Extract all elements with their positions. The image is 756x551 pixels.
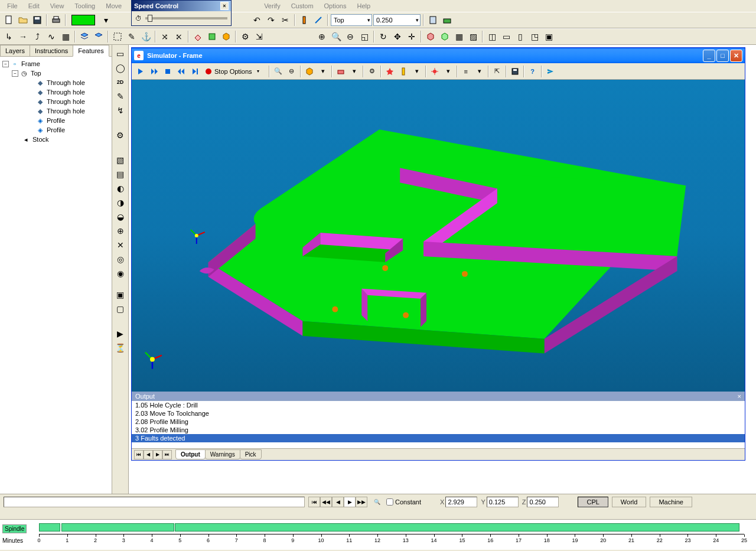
render-icon-2[interactable]: [438, 30, 451, 43]
output-panel-header[interactable]: Output ×: [132, 392, 745, 401]
output-nav-prev[interactable]: ◀: [144, 450, 153, 459]
tab-layers[interactable]: Layers: [0, 45, 30, 56]
vt-tool-9[interactable]: ◑: [114, 196, 127, 209]
vt-sim-icon[interactable]: ▶: [114, 327, 127, 340]
zoom-play-icon[interactable]: 🔍: [371, 497, 383, 507]
surface-dd-icon[interactable]: ▾: [348, 65, 361, 78]
cut-icon[interactable]: ✂: [279, 14, 292, 27]
tool-sim-icon[interactable]: [397, 65, 410, 78]
output-list[interactable]: 1.05 Hole Cycle : Drill 2.03 Move To Too…: [132, 401, 745, 448]
zoom-out-icon[interactable]: ⊖: [344, 30, 357, 43]
menu-verify[interactable]: Verify: [259, 1, 285, 11]
transform-icon-1[interactable]: ⤨: [158, 30, 171, 43]
send-icon[interactable]: [544, 65, 557, 78]
zoom-in-icon[interactable]: 🔍: [330, 30, 343, 43]
output-row[interactable]: 1.05 Hole Cycle : Drill: [132, 401, 745, 409]
pan-icon[interactable]: ✥: [391, 30, 404, 43]
output-tab-output[interactable]: Output: [175, 449, 206, 459]
tree-through-hole[interactable]: ◆Through hole: [2, 78, 109, 87]
simulator-titlebar[interactable]: e Simulator - Frame _ □ ✕: [132, 48, 745, 63]
menu-help[interactable]: Help: [352, 1, 375, 11]
constant-checkbox[interactable]: Constant: [386, 498, 421, 506]
tree-profile[interactable]: ◈Profile: [2, 125, 109, 135]
open-file-icon[interactable]: [17, 14, 30, 27]
vt-tool-2[interactable]: ◯: [114, 61, 127, 74]
layers-icon-2[interactable]: [92, 30, 105, 43]
tree-root[interactable]: − ▫ Frame: [2, 59, 109, 69]
menu-tooling[interactable]: Tooling: [70, 1, 100, 11]
tool-icon-2[interactable]: [312, 14, 325, 27]
output-tab-pick[interactable]: Pick: [240, 449, 262, 459]
menu-custom[interactable]: Custom: [286, 1, 318, 11]
z-value[interactable]: 0.250: [527, 497, 559, 507]
speed-slider[interactable]: [145, 17, 227, 19]
vt-tool-16[interactable]: ▢: [114, 302, 127, 315]
cube-icon[interactable]: [220, 30, 233, 43]
burst-dd-icon[interactable]: ▾: [442, 65, 455, 78]
vt-tool-8[interactable]: ◐: [114, 182, 127, 195]
gear-tool-icon[interactable]: ⚙: [239, 30, 252, 43]
vt-tool-6[interactable]: ▧: [114, 154, 127, 167]
select-box-icon[interactable]: [111, 30, 124, 43]
zoom-window-icon[interactable]: ◱: [358, 30, 371, 43]
help-sim-icon[interactable]: ?: [526, 65, 539, 78]
menu-options[interactable]: Options: [320, 1, 351, 11]
zoom-sim-icon[interactable]: 🔍: [272, 65, 285, 78]
calculator-icon[interactable]: [426, 14, 439, 27]
machine-icon[interactable]: [441, 14, 454, 27]
cube-dd-icon[interactable]: ▾: [317, 65, 330, 78]
machine-button[interactable]: Machine: [650, 497, 692, 507]
play-icon[interactable]: [134, 65, 147, 78]
pencil-icon[interactable]: ✎: [125, 30, 138, 43]
rotate-icon[interactable]: ↻: [377, 30, 390, 43]
zoom-sim-icon-2[interactable]: ⊖: [285, 65, 298, 78]
wave-tool-icon[interactable]: ∿: [45, 30, 58, 43]
output-row[interactable]: 2.03 Move To Toolchange: [132, 409, 745, 418]
export-icon[interactable]: ⇲: [253, 30, 266, 43]
output-row[interactable]: 2.08 Profile Milling: [132, 418, 745, 426]
tree-profile[interactable]: ◈Profile: [2, 116, 109, 125]
output-tab-warnings[interactable]: Warnings: [205, 449, 240, 459]
speed-control-close[interactable]: ×: [220, 2, 229, 10]
step-combo[interactable]: 0.250: [373, 14, 421, 26]
tab-instructions[interactable]: Instructions: [30, 45, 73, 56]
output-close-icon[interactable]: ×: [738, 393, 741, 400]
y-value[interactable]: 0.125: [487, 497, 519, 507]
menu-edit[interactable]: Edit: [24, 1, 44, 11]
output-nav-first[interactable]: ⏮: [134, 450, 144, 459]
menu-file[interactable]: File: [2, 1, 22, 11]
play-first-button[interactable]: ⏮: [308, 497, 320, 507]
world-button[interactable]: World: [612, 497, 647, 507]
output-nav-next[interactable]: ▶: [153, 450, 162, 459]
expand-icon[interactable]: −: [12, 70, 18, 77]
render-icon-1[interactable]: [424, 30, 437, 43]
shaded-icon[interactable]: ▨: [467, 30, 480, 43]
vt-tool-10[interactable]: ◒: [114, 210, 127, 223]
vt-hourglass-icon[interactable]: ⏳: [114, 341, 127, 354]
tab-features[interactable]: Features: [73, 45, 109, 57]
play-fwd-button[interactable]: ▶: [344, 497, 356, 507]
vt-tool-14[interactable]: ◉: [114, 267, 127, 280]
vt-tool-1[interactable]: ▭: [114, 47, 127, 60]
minimize-button[interactable]: _: [703, 50, 715, 62]
vt-tool-7[interactable]: ▤: [114, 168, 127, 181]
surface-icon[interactable]: [334, 65, 347, 78]
align-dd-icon[interactable]: ▾: [473, 65, 486, 78]
curve-tool-icon[interactable]: ⤴: [31, 30, 44, 43]
viewport-icon-1[interactable]: ◫: [485, 30, 498, 43]
vt-tool-4[interactable]: ↯: [114, 104, 127, 117]
transform-icon-2[interactable]: ⤪: [172, 30, 185, 43]
menu-move[interactable]: Move: [101, 1, 126, 11]
vt-tool-5[interactable]: ⚙: [114, 129, 127, 142]
menu-view[interactable]: View: [45, 1, 69, 11]
layers-icon-1[interactable]: [78, 30, 91, 43]
cube-sim-icon[interactable]: [303, 65, 316, 78]
output-row[interactable]: 3.02 Profile Milling: [132, 426, 745, 434]
play-next-button[interactable]: ▶▶: [356, 497, 367, 507]
vt-tool-11[interactable]: ⊕: [114, 224, 127, 237]
grid-tool-icon[interactable]: ▦: [59, 30, 72, 43]
feature-tree[interactable]: − ▫ Frame − ◷ Top ◆Through hole ◆Through…: [0, 57, 112, 494]
x-value[interactable]: 2.929: [445, 497, 477, 507]
stop-options-dropdown[interactable]: Stop Options: [202, 65, 267, 78]
vt-tool-3[interactable]: ✎: [114, 90, 127, 103]
